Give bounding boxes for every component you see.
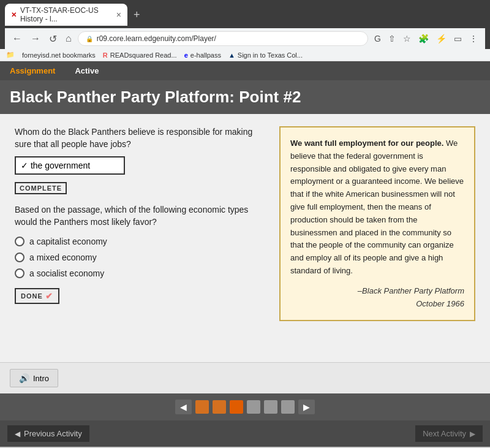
passage-box: We want full employment for our people. … [279, 126, 475, 321]
address-bar[interactable]: 🔒 r09.core.learn.edgenuity.com/Player/ [78, 31, 368, 46]
passage-text: We want full employment for our people. … [290, 137, 464, 278]
citation-line1: –Black Panther Party Platform [358, 286, 464, 295]
nav-dot-2[interactable] [213, 400, 226, 414]
back-button[interactable]: ← [10, 32, 24, 45]
browser-chrome: ✕ VT-TX-STAAR-EOC-US History - l... × + … [0, 0, 490, 49]
lock-icon: 🔒 [86, 36, 93, 42]
extension-icon[interactable]: 🧩 [416, 32, 431, 45]
intro-bar: 🔊 Intro [0, 362, 490, 393]
tab-assignment[interactable]: Assignment [0, 61, 65, 80]
texas-icon: ▲ [228, 51, 235, 59]
passage-citation: –Black Panther Party Platform October 19… [290, 285, 464, 311]
home-button[interactable]: ⌂ [63, 32, 74, 45]
main-content: Black Panther Party Platform: Point #2 W… [0, 80, 490, 362]
page-nav-bar: Assignment Active [0, 61, 490, 80]
extensions-icon[interactable]: ⚡ [434, 32, 449, 45]
bookmarks-bar: 📁 forneyisd.net bookmarks R READsquared … [0, 49, 490, 61]
intro-btn-label: Intro [33, 374, 49, 383]
url-text: r09.core.learn.edgenuity.com/Player/ [97, 34, 216, 43]
page-title: Black Panther Party Platform: Point #2 [0, 80, 490, 114]
bookmark-forneyisd[interactable]: forneyisd.net bookmarks [22, 51, 96, 59]
reload-button[interactable]: ↺ [47, 32, 59, 46]
next-activity-label: Next Activity [423, 429, 466, 438]
toolbar-icons: G ⇧ ☆ 🧩 ⚡ ▭ ⋮ [372, 32, 480, 45]
readsquared-icon: R [103, 51, 108, 59]
radio-options: a capitalist economy a mixed economy a s… [15, 237, 267, 278]
prev-activity-label: Previous Activity [24, 429, 82, 438]
nav-dot-3[interactable] [230, 400, 243, 414]
option-capitalist-label: a capitalist economy [29, 237, 107, 246]
next-arrow-icon: ▶ [470, 430, 475, 438]
answer-dropdown-wrapper: ✓ the government [15, 156, 267, 175]
ehallpass-icon: e [184, 51, 188, 59]
next-activity-button[interactable]: Next Activity ▶ [415, 425, 483, 442]
option-socialist-label: a socialist economy [29, 268, 104, 278]
radio-circle-socialist [15, 268, 24, 278]
option-socialist[interactable]: a socialist economy [15, 268, 267, 278]
share-icon[interactable]: ⇧ [386, 32, 398, 45]
tab-title: VT-TX-STAAR-EOC-US History - l... [20, 6, 113, 23]
bookmark-texas[interactable]: ▲ Sign in to Texas Col... [228, 51, 303, 59]
prev-arrow-icon: ◀ [15, 430, 20, 438]
bookmark-readsquared[interactable]: R READsquared Read... [103, 51, 177, 59]
nav-dot-4[interactable] [247, 400, 260, 414]
right-panel: We want full employment for our people. … [279, 126, 475, 321]
content-area: Whom do the Black Panthers believe is re… [15, 126, 475, 321]
active-tab[interactable]: ✕ VT-TX-STAAR-EOC-US History - l... × [5, 4, 127, 26]
passage-bold-intro: We want full employment for our people. [290, 139, 443, 148]
speaker-icon: 🔊 [19, 373, 29, 383]
complete-badge: COMPLETE [15, 182, 67, 194]
option-mixed-label: a mixed economy [29, 252, 97, 262]
option-mixed[interactable]: a mixed economy [15, 252, 267, 262]
nav-dot-5[interactable] [264, 400, 277, 414]
done-badge: DONE ✔ [15, 288, 59, 304]
tab-favicon: ✕ [11, 11, 17, 19]
forward-button[interactable]: → [28, 32, 43, 45]
bookmarks-folder-icon: 📁 [6, 51, 15, 59]
tab-bar: ✕ VT-TX-STAAR-EOC-US History - l... × + [5, 4, 485, 26]
menu-icon[interactable]: ⋮ [467, 32, 480, 45]
activity-bar: ◀ Previous Activity Next Activity ▶ [0, 420, 490, 447]
citation-line2: October 1966 [416, 299, 464, 308]
prev-activity-button[interactable]: ◀ Previous Activity [7, 425, 89, 442]
intro-button[interactable]: 🔊 Intro [10, 369, 58, 387]
bookmark-star-icon[interactable]: ☆ [401, 32, 413, 45]
google-icon[interactable]: G [372, 32, 383, 45]
radio-circle-mixed [15, 252, 24, 262]
new-tab-button[interactable]: + [130, 7, 144, 23]
done-check-icon: ✔ [45, 291, 53, 301]
nav-prev-arrow[interactable]: ◀ [175, 400, 192, 414]
answer-select[interactable]: ✓ the government [15, 156, 125, 175]
browser-toolbar: ← → ↺ ⌂ 🔒 r09.core.learn.edgenuity.com/P… [5, 28, 485, 49]
option-capitalist[interactable]: a capitalist economy [15, 237, 267, 246]
radio-circle-capitalist [15, 237, 24, 246]
answer-select-container: ✓ the government [15, 156, 125, 175]
bookmark-ehallpass[interactable]: e e-hallpass [184, 51, 221, 59]
nav-dot-1[interactable] [195, 400, 209, 414]
nav-dot-6[interactable] [281, 400, 295, 414]
left-panel: Whom do the Black Panthers believe is re… [15, 126, 267, 321]
nav-next-arrow[interactable]: ▶ [298, 400, 315, 414]
tab-close-icon[interactable]: × [116, 10, 121, 20]
tab-active[interactable]: Active [65, 61, 108, 80]
nav-dots-bar: ◀ ▶ [0, 393, 490, 420]
passage-body: We believe that the federal government i… [290, 139, 464, 275]
question2-text: Based on the passage, which of the follo… [15, 204, 267, 228]
question1-text: Whom do the Black Panthers believe is re… [15, 126, 267, 150]
tablet-icon[interactable]: ▭ [451, 32, 464, 45]
done-label: DONE [21, 292, 43, 300]
